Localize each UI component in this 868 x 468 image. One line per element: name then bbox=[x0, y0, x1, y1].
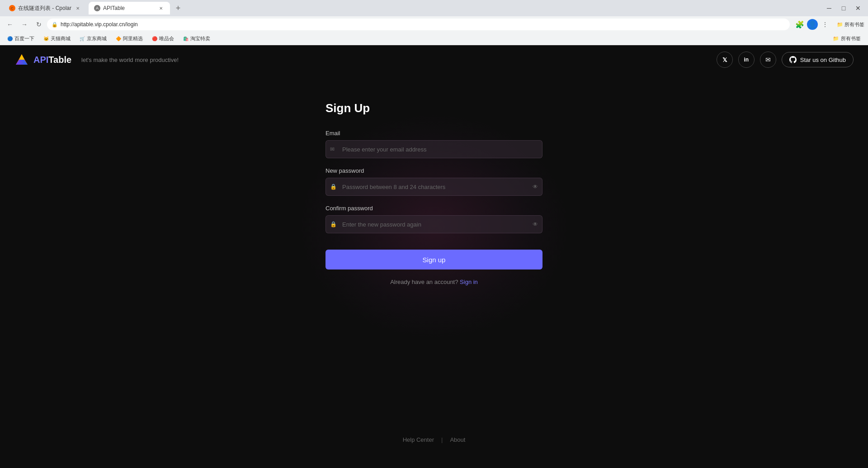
about-link[interactable]: About bbox=[450, 436, 465, 443]
new-password-label: New password bbox=[326, 167, 542, 174]
bookmark-jd-label: 京东商城 bbox=[87, 35, 107, 42]
email-button[interactable]: ✉ bbox=[760, 52, 776, 68]
window-close-button[interactable]: ✕ bbox=[852, 2, 864, 14]
logo-area: APITable let's make the world more produ… bbox=[14, 52, 179, 67]
signin-row: Already have an account? Sign in bbox=[326, 279, 542, 285]
back-button[interactable]: ← bbox=[4, 18, 16, 31]
bookmark-folder-all-label: 所有书签 bbox=[841, 35, 861, 42]
window-minimize-button[interactable]: ─ bbox=[823, 2, 835, 14]
bookmark-folder: 📁 所有书签 bbox=[837, 21, 864, 28]
help-center-link[interactable]: Help Center bbox=[403, 436, 434, 443]
bookmark-ali[interactable]: 🔶 阿里精选 bbox=[112, 34, 146, 43]
signup-title: Sign Up bbox=[326, 101, 542, 115]
tab-close-apitable[interactable]: ✕ bbox=[157, 5, 165, 12]
address-bar[interactable]: 🔒 http://apitable.vip.cpolar.cn/login bbox=[47, 19, 790, 30]
app-footer: Help Center | About bbox=[403, 436, 466, 443]
bookmark-tianmao-label: 天猫商城 bbox=[51, 35, 71, 42]
logo-text: APITable bbox=[33, 55, 71, 65]
signup-card: Sign Up Email ✉ New password 🔒 👁 bbox=[326, 101, 542, 285]
bookmark-folder-label[interactable]: 📁 所有书签 bbox=[837, 21, 864, 28]
bookmark-taobao[interactable]: 🛍️ 淘宝特卖 bbox=[179, 34, 214, 43]
password-toggle-icon[interactable]: 👁 bbox=[533, 184, 538, 190]
new-password-form-group: New password 🔒 👁 bbox=[326, 167, 542, 196]
new-password-input-wrapper: 🔒 👁 bbox=[326, 178, 542, 196]
logo-api: API bbox=[33, 55, 48, 65]
signup-button[interactable]: Sign up bbox=[326, 250, 542, 269]
bookmark-baidu-label: 百度一下 bbox=[14, 35, 34, 42]
menu-button[interactable]: ⋮ bbox=[819, 18, 831, 31]
header-actions: 𝕏 in ✉ Star us on Github bbox=[717, 52, 854, 68]
browser-titlebar: C 在线隧道列表 - Cpolar ✕ A APITable ✕ + ─ □ ✕ bbox=[0, 0, 868, 16]
main-content: Sign Up Email ✉ New password 🔒 👁 bbox=[0, 74, 868, 285]
confirm-toggle-icon[interactable]: 👁 bbox=[533, 221, 538, 227]
github-icon bbox=[789, 56, 797, 63]
refresh-button[interactable]: ↻ bbox=[33, 18, 45, 31]
confirm-password-label: Confirm password bbox=[326, 205, 542, 212]
tagline: let's make the world more productive! bbox=[81, 57, 179, 63]
email-form-group: Email ✉ bbox=[326, 130, 542, 158]
bookmark-jd[interactable]: 🛒 京东商城 bbox=[76, 34, 110, 43]
tab-label-cpolar: 在线隧道列表 - Cpolar bbox=[18, 5, 71, 12]
signin-link[interactable]: Sign in bbox=[460, 279, 478, 285]
password-lock-icon: 🔒 bbox=[330, 184, 337, 190]
logo-icon bbox=[14, 52, 29, 67]
twitter-icon: 𝕏 bbox=[722, 57, 727, 63]
email-prefix-icon: ✉ bbox=[330, 146, 335, 152]
tab-cpolar[interactable]: C 在线隧道列表 - Cpolar ✕ bbox=[4, 2, 87, 14]
browser-toolbar: ← → ↻ 🔒 http://apitable.vip.cpolar.cn/lo… bbox=[0, 16, 868, 33]
browser-chrome: C 在线隧道列表 - Cpolar ✕ A APITable ✕ + ─ □ ✕… bbox=[0, 0, 868, 45]
svg-marker-2 bbox=[19, 54, 24, 60]
bookmark-folder-all[interactable]: 📁 所有书签 bbox=[829, 34, 864, 43]
signup-button-label: Sign up bbox=[423, 256, 446, 264]
logo-table: Table bbox=[48, 55, 71, 65]
twitter-button[interactable]: 𝕏 bbox=[717, 52, 733, 68]
bookmark-baidu[interactable]: 🔵 百度一下 bbox=[4, 34, 38, 43]
github-button[interactable]: Star us on Github bbox=[782, 52, 854, 67]
bookmarks-bar: 🔵 百度一下 🐱 天猫商城 🛒 京东商城 🔶 阿里精选 🔴 唯品会 🛍️ 淘宝特… bbox=[0, 33, 868, 45]
forward-button[interactable]: → bbox=[18, 18, 31, 31]
tab-apitable[interactable]: A APITable ✕ bbox=[89, 2, 170, 14]
lock-icon: 🔒 bbox=[52, 22, 58, 28]
tab-label-apitable: APITable bbox=[103, 5, 125, 11]
email-input-wrapper: ✉ bbox=[326, 140, 542, 158]
confirm-lock-icon: 🔒 bbox=[330, 221, 337, 227]
address-text: http://apitable.vip.cpolar.cn/login bbox=[61, 21, 138, 28]
window-controls: ─ □ ✕ bbox=[823, 2, 864, 14]
extensions-button[interactable]: 🧩 bbox=[793, 18, 806, 31]
linkedin-icon: in bbox=[744, 57, 749, 63]
already-account-text: Already have an account? bbox=[390, 279, 458, 285]
confirm-password-form-group: Confirm password 🔒 👁 bbox=[326, 205, 542, 233]
bookmark-ali-label: 阿里精选 bbox=[123, 35, 143, 42]
bookmark-vip[interactable]: 🔴 唯品会 bbox=[148, 34, 178, 43]
email-input[interactable] bbox=[326, 140, 542, 158]
app-header: APITable let's make the world more produ… bbox=[0, 45, 868, 74]
toolbar-actions: 🧩 👤 ⋮ bbox=[793, 18, 831, 31]
linkedin-button[interactable]: in bbox=[738, 52, 755, 68]
window-restore-button[interactable]: □ bbox=[837, 2, 850, 14]
tab-favicon-apitable: A bbox=[94, 5, 100, 11]
confirm-password-input[interactable] bbox=[326, 215, 542, 233]
profile-button[interactable]: 👤 bbox=[807, 19, 818, 30]
bookmark-tianmao[interactable]: 🐱 天猫商城 bbox=[40, 34, 74, 43]
email-icon: ✉ bbox=[765, 56, 771, 63]
bookmark-taobao-label: 淘宝特卖 bbox=[190, 35, 210, 42]
email-label: Email bbox=[326, 130, 542, 137]
svg-marker-3 bbox=[16, 60, 28, 65]
tab-close-cpolar[interactable]: ✕ bbox=[74, 5, 81, 12]
confirm-password-input-wrapper: 🔒 👁 bbox=[326, 215, 542, 233]
app-container: APITable let's make the world more produ… bbox=[0, 45, 868, 452]
tab-favicon-cpolar: C bbox=[9, 5, 15, 11]
github-button-label: Star us on Github bbox=[800, 57, 846, 63]
bookmarks-bar-actions: 📁 所有书签 bbox=[829, 34, 864, 43]
bookmark-vip-label: 唯品会 bbox=[159, 35, 174, 42]
footer-divider: | bbox=[441, 436, 443, 443]
new-password-input[interactable] bbox=[326, 178, 542, 196]
new-tab-button[interactable]: + bbox=[172, 2, 184, 14]
